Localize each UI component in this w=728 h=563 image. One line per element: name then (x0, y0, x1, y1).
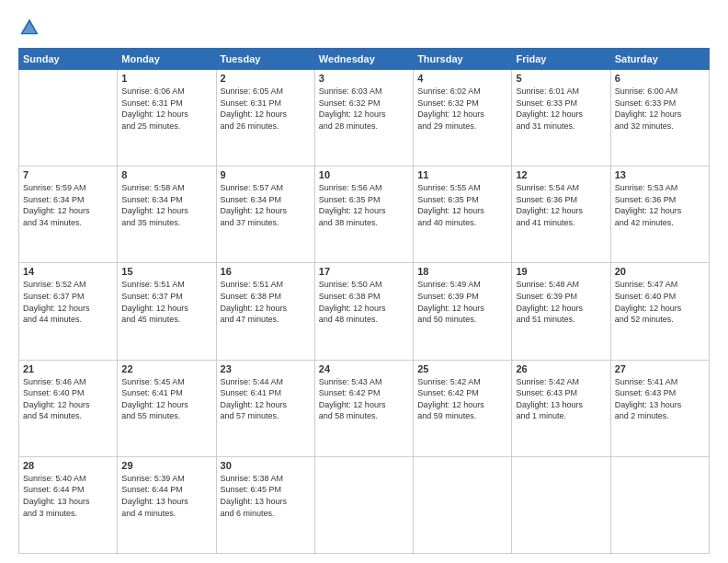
day-info: Sunrise: 5:59 AM Sunset: 6:34 PM Dayligh… (23, 182, 113, 228)
day-number: 18 (417, 266, 507, 277)
day-number: 1 (121, 73, 211, 84)
day-info: Sunrise: 5:47 AM Sunset: 6:40 PM Dayligh… (615, 279, 705, 325)
day-cell: 21Sunrise: 5:46 AM Sunset: 6:40 PM Dayli… (19, 360, 118, 456)
day-info: Sunrise: 5:39 AM Sunset: 6:44 PM Dayligh… (121, 473, 211, 519)
week-row-4: 21Sunrise: 5:46 AM Sunset: 6:40 PM Dayli… (19, 360, 710, 456)
week-row-3: 14Sunrise: 5:52 AM Sunset: 6:37 PM Dayli… (19, 263, 710, 360)
day-info: Sunrise: 5:52 AM Sunset: 6:37 PM Dayligh… (23, 279, 113, 325)
logo (18, 17, 48, 39)
day-number: 8 (121, 169, 211, 180)
day-number: 14 (23, 266, 113, 277)
day-cell: 26Sunrise: 5:42 AM Sunset: 6:43 PM Dayli… (512, 360, 610, 456)
day-info: Sunrise: 5:46 AM Sunset: 6:40 PM Dayligh… (23, 376, 113, 422)
day-number: 2 (221, 73, 311, 84)
day-cell: 12Sunrise: 5:54 AM Sunset: 6:36 PM Dayli… (512, 167, 610, 263)
day-info: Sunrise: 6:02 AM Sunset: 6:32 PM Dayligh… (417, 86, 507, 132)
day-number: 13 (615, 169, 705, 180)
day-info: Sunrise: 5:51 AM Sunset: 6:38 PM Dayligh… (221, 279, 311, 325)
day-cell: 5Sunrise: 6:01 AM Sunset: 6:33 PM Daylig… (512, 70, 610, 167)
day-info: Sunrise: 5:43 AM Sunset: 6:42 PM Dayligh… (319, 376, 409, 422)
day-info: Sunrise: 5:42 AM Sunset: 6:42 PM Dayligh… (417, 376, 507, 422)
day-number: 15 (121, 266, 211, 277)
day-number: 28 (23, 460, 113, 471)
day-number: 5 (516, 73, 606, 84)
col-header-friday: Friday (512, 49, 610, 70)
day-info: Sunrise: 6:01 AM Sunset: 6:33 PM Dayligh… (516, 86, 606, 132)
day-cell: 25Sunrise: 5:42 AM Sunset: 6:42 PM Dayli… (414, 360, 512, 456)
day-number: 30 (221, 460, 311, 471)
day-info: Sunrise: 5:44 AM Sunset: 6:41 PM Dayligh… (221, 376, 311, 422)
day-cell: 13Sunrise: 5:53 AM Sunset: 6:36 PM Dayli… (610, 167, 709, 263)
day-info: Sunrise: 5:50 AM Sunset: 6:38 PM Dayligh… (319, 279, 409, 325)
col-header-monday: Monday (118, 49, 216, 70)
day-number: 21 (23, 363, 113, 374)
day-cell: 22Sunrise: 5:45 AM Sunset: 6:41 PM Dayli… (118, 360, 216, 456)
day-info: Sunrise: 5:58 AM Sunset: 6:34 PM Dayligh… (121, 182, 211, 228)
day-cell: 8Sunrise: 5:58 AM Sunset: 6:34 PM Daylig… (118, 167, 216, 263)
col-header-thursday: Thursday (414, 49, 512, 70)
day-info: Sunrise: 6:00 AM Sunset: 6:33 PM Dayligh… (615, 86, 705, 132)
day-info: Sunrise: 5:57 AM Sunset: 6:34 PM Dayligh… (221, 182, 311, 228)
day-info: Sunrise: 5:56 AM Sunset: 6:35 PM Dayligh… (319, 182, 409, 228)
logo-icon (18, 17, 40, 39)
day-number: 16 (221, 266, 311, 277)
day-number: 29 (121, 460, 211, 471)
day-info: Sunrise: 5:38 AM Sunset: 6:45 PM Dayligh… (221, 473, 311, 519)
day-number: 17 (319, 266, 409, 277)
day-info: Sunrise: 6:05 AM Sunset: 6:31 PM Dayligh… (221, 86, 311, 132)
day-cell: 19Sunrise: 5:48 AM Sunset: 6:39 PM Dayli… (512, 263, 610, 360)
day-info: Sunrise: 5:55 AM Sunset: 6:35 PM Dayligh… (417, 182, 507, 228)
day-info: Sunrise: 5:48 AM Sunset: 6:39 PM Dayligh… (516, 279, 606, 325)
day-cell: 16Sunrise: 5:51 AM Sunset: 6:38 PM Dayli… (216, 263, 314, 360)
day-info: Sunrise: 5:42 AM Sunset: 6:43 PM Dayligh… (516, 376, 606, 422)
col-header-tuesday: Tuesday (216, 49, 314, 70)
day-number: 11 (417, 169, 507, 180)
day-number: 27 (615, 363, 705, 374)
day-number: 22 (121, 363, 211, 374)
day-cell: 28Sunrise: 5:40 AM Sunset: 6:44 PM Dayli… (19, 456, 118, 553)
week-row-2: 7Sunrise: 5:59 AM Sunset: 6:34 PM Daylig… (19, 167, 710, 263)
day-number: 19 (516, 266, 606, 277)
col-header-sunday: Sunday (19, 49, 118, 70)
day-number: 6 (615, 73, 705, 84)
day-number: 25 (417, 363, 507, 374)
day-cell (512, 456, 610, 553)
day-cell (610, 456, 709, 553)
day-cell (414, 456, 512, 553)
day-info: Sunrise: 6:06 AM Sunset: 6:31 PM Dayligh… (121, 86, 211, 132)
day-number: 7 (23, 169, 113, 180)
day-number: 12 (516, 169, 606, 180)
day-number: 10 (319, 169, 409, 180)
day-info: Sunrise: 5:40 AM Sunset: 6:44 PM Dayligh… (23, 473, 113, 519)
day-cell: 23Sunrise: 5:44 AM Sunset: 6:41 PM Dayli… (216, 360, 314, 456)
day-cell: 3Sunrise: 6:03 AM Sunset: 6:32 PM Daylig… (314, 70, 413, 167)
day-cell: 14Sunrise: 5:52 AM Sunset: 6:37 PM Dayli… (19, 263, 118, 360)
day-cell: 10Sunrise: 5:56 AM Sunset: 6:35 PM Dayli… (314, 167, 413, 263)
day-cell: 2Sunrise: 6:05 AM Sunset: 6:31 PM Daylig… (216, 70, 314, 167)
day-number: 3 (319, 73, 409, 84)
day-number: 24 (319, 363, 409, 374)
day-cell: 4Sunrise: 6:02 AM Sunset: 6:32 PM Daylig… (414, 70, 512, 167)
day-info: Sunrise: 6:03 AM Sunset: 6:32 PM Dayligh… (319, 86, 409, 132)
day-cell: 29Sunrise: 5:39 AM Sunset: 6:44 PM Dayli… (118, 456, 216, 553)
day-cell: 24Sunrise: 5:43 AM Sunset: 6:42 PM Dayli… (314, 360, 413, 456)
day-cell (19, 70, 118, 167)
day-info: Sunrise: 5:41 AM Sunset: 6:43 PM Dayligh… (615, 376, 705, 422)
header (18, 17, 710, 39)
col-header-saturday: Saturday (610, 49, 709, 70)
day-cell: 11Sunrise: 5:55 AM Sunset: 6:35 PM Dayli… (414, 167, 512, 263)
week-row-5: 28Sunrise: 5:40 AM Sunset: 6:44 PM Dayli… (19, 456, 710, 553)
day-cell: 27Sunrise: 5:41 AM Sunset: 6:43 PM Dayli… (610, 360, 709, 456)
day-info: Sunrise: 5:54 AM Sunset: 6:36 PM Dayligh… (516, 182, 606, 228)
day-cell: 17Sunrise: 5:50 AM Sunset: 6:38 PM Dayli… (314, 263, 413, 360)
day-cell: 18Sunrise: 5:49 AM Sunset: 6:39 PM Dayli… (414, 263, 512, 360)
day-cell: 1Sunrise: 6:06 AM Sunset: 6:31 PM Daylig… (118, 70, 216, 167)
day-cell: 6Sunrise: 6:00 AM Sunset: 6:33 PM Daylig… (610, 70, 709, 167)
day-cell: 20Sunrise: 5:47 AM Sunset: 6:40 PM Dayli… (610, 263, 709, 360)
day-cell: 30Sunrise: 5:38 AM Sunset: 6:45 PM Dayli… (216, 456, 314, 553)
day-info: Sunrise: 5:51 AM Sunset: 6:37 PM Dayligh… (121, 279, 211, 325)
header-row: SundayMondayTuesdayWednesdayThursdayFrid… (19, 49, 710, 70)
day-number: 20 (615, 266, 705, 277)
page: SundayMondayTuesdayWednesdayThursdayFrid… (0, 0, 728, 563)
day-number: 26 (516, 363, 606, 374)
